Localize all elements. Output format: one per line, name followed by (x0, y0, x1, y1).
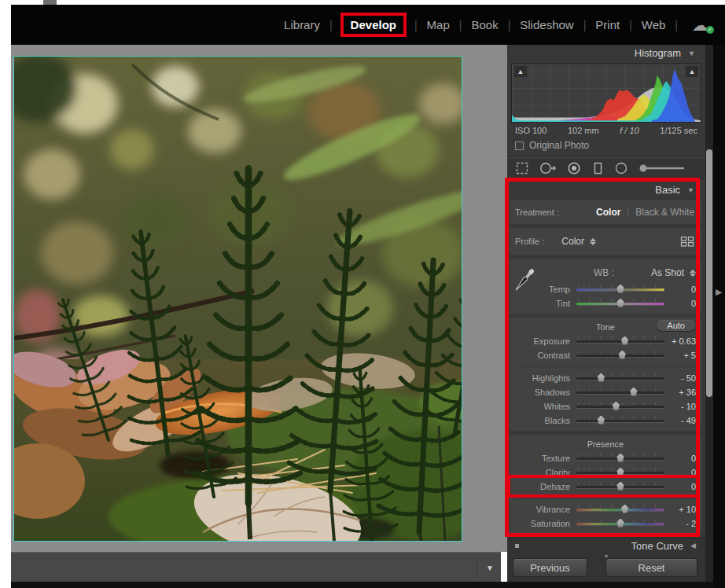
slider-label: Highlights (515, 373, 570, 383)
filmstrip-edge (11, 582, 725, 588)
exif-readout: ISO 100 102 mm f / 10 1/125 sec (507, 123, 705, 135)
previous-button[interactable]: Previous (513, 558, 587, 577)
shadows-slider-row: Shadows + 36 (515, 385, 696, 399)
develop-right-panel: Histogram ▼ ▲ ▲ ISO 100 102 mm f / 10 1/… (507, 45, 705, 582)
temp-slider[interactable] (576, 288, 664, 291)
vibrance-slider[interactable] (576, 509, 664, 511)
spot-removal-tool-icon[interactable] (539, 160, 558, 176)
exposure-slider[interactable] (576, 340, 664, 343)
histogram-plot[interactable]: ▲ ▲ (511, 63, 701, 123)
slider-label: Whites (515, 402, 570, 411)
red-eye-tool-icon[interactable] (566, 160, 582, 176)
group-divider (515, 366, 696, 367)
treatment-bw-option[interactable]: Black & White (635, 207, 694, 218)
nav-separator: | (583, 19, 587, 31)
slider-value: + 36 (664, 388, 696, 397)
panel-bottom: Tone Curve ◀ ▼ Previous Reset (507, 538, 705, 582)
highlight-clipping-icon[interactable]: ▲ (686, 66, 698, 77)
tab-develop[interactable]: Develop (340, 13, 407, 37)
adjustment-brush-tool-icon[interactable] (638, 160, 686, 176)
panel-scrollbar[interactable] (705, 45, 713, 582)
tint-slider[interactable] (576, 303, 664, 305)
graduated-filter-tool-icon[interactable] (591, 160, 605, 176)
panel-toggle-icon[interactable] (513, 542, 521, 549)
reset-button[interactable]: Reset (605, 558, 697, 577)
slider-label: Texture (515, 454, 570, 463)
slider-label: Tint (515, 299, 570, 308)
whites-slider[interactable] (576, 406, 664, 408)
shadow-clipping-icon[interactable]: ▲ (514, 66, 527, 77)
tab-slideshow[interactable]: Slideshow (520, 18, 573, 31)
module-picker: Library | Develop | Map | Book | Slidesh… (11, 5, 725, 45)
slider-thumb[interactable] (621, 336, 629, 345)
nav-separator: | (629, 19, 632, 31)
profile-value[interactable]: Color (561, 236, 584, 247)
shutter-value: 1/125 sec (660, 126, 697, 135)
tone-curve-title: Tone Curve (631, 540, 683, 552)
texture-slider[interactable] (576, 458, 664, 460)
basic-panel-header[interactable]: Basic ▼ (507, 179, 705, 200)
saturation-slider[interactable] (576, 523, 664, 525)
profile-group: Profile : Color (510, 228, 701, 255)
clarity-slider[interactable] (576, 472, 664, 474)
tab-map[interactable]: Map (427, 18, 450, 31)
slider-thumb[interactable] (616, 285, 624, 293)
crop-overlay-tool-icon[interactable] (514, 160, 530, 176)
updown-arrows-icon (690, 270, 696, 277)
slider-thumb[interactable] (616, 519, 624, 527)
tab-print[interactable]: Print (595, 18, 620, 31)
dehaze-slider[interactable] (576, 486, 664, 488)
histogram-title: Histogram (635, 47, 681, 59)
scrollbar-thumb[interactable] (706, 149, 712, 397)
iso-value: ISO 100 (515, 126, 547, 135)
nav-separator: | (675, 19, 678, 31)
slider-label: Temp (515, 285, 570, 294)
tone-curve-panel-header[interactable]: Tone Curve ◀ (507, 538, 705, 553)
cloud-glyph: ☁ (692, 17, 708, 34)
tab-book[interactable]: Book (471, 18, 498, 31)
updown-arrows-icon[interactable] (590, 238, 596, 245)
histogram-panel-header[interactable]: Histogram ▼ (507, 45, 705, 62)
slider-thumb[interactable] (616, 454, 624, 462)
treatment-color-option[interactable]: Color (596, 207, 620, 218)
slider-label: Shadows (515, 388, 570, 397)
develop-footer: ▼ Previous Reset (507, 553, 705, 582)
basic-panel: Basic ▼ Treatment : Color | Black & Whit… (507, 179, 705, 538)
blacks-slider[interactable] (576, 420, 664, 422)
photo-image: .bl{stroke-width:3.2;stroke-dasharray:2.… (14, 57, 462, 541)
slider-value: 0 (664, 454, 696, 463)
panel-collapse-strip[interactable]: ▶ (713, 45, 725, 588)
shadows-slider[interactable] (576, 391, 664, 394)
vibrance-slider-row: Vibrance + 10 (515, 502, 696, 516)
original-photo-checkbox[interactable] (515, 141, 524, 150)
slider-thumb[interactable] (616, 299, 624, 307)
slider-thumb[interactable] (597, 373, 605, 382)
slider-thumb[interactable] (597, 416, 605, 424)
treatment-separator: | (627, 208, 629, 217)
panel-resize-handle-icon[interactable]: ▼ (604, 553, 609, 559)
toolbar-collapse-icon[interactable]: ▼ (486, 563, 494, 571)
slider-thumb[interactable] (612, 402, 620, 410)
slider-thumb[interactable] (618, 351, 626, 359)
radial-filter-tool-icon[interactable] (613, 160, 629, 176)
slider-thumb[interactable] (621, 505, 629, 513)
auto-tone-button[interactable]: Auto (657, 320, 695, 331)
tab-library[interactable]: Library (284, 18, 320, 31)
slider-thumb[interactable] (630, 388, 638, 396)
slider-thumb[interactable] (616, 482, 624, 491)
contrast-slider[interactable] (576, 355, 664, 357)
slider-value: 0 (664, 482, 696, 491)
slider-thumb[interactable] (616, 468, 624, 476)
highlights-slider[interactable] (576, 377, 664, 380)
contrast-slider-row: Contrast + 5 (515, 348, 696, 362)
slider-label: Vibrance (515, 505, 570, 514)
cloud-sync-icon[interactable]: ☁ ✓ (692, 16, 712, 35)
profile-browser-grid-icon[interactable] (679, 234, 696, 248)
photo-canvas[interactable]: .bl{stroke-width:3.2;stroke-dasharray:2.… (13, 56, 462, 542)
panel-show-icon: ▶ (716, 287, 722, 297)
slider-value: - 10 (664, 402, 696, 411)
tab-web[interactable]: Web (642, 18, 666, 31)
white-balance-group: WB : As Shot Temp 0 Tint (510, 259, 701, 314)
wb-preset-value[interactable]: As Shot (651, 267, 696, 278)
slider-value: 0 (664, 299, 696, 308)
